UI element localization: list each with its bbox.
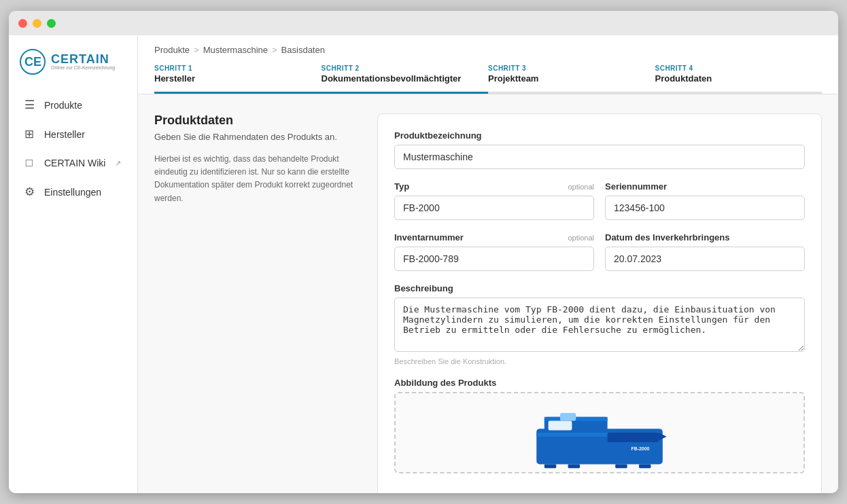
page-info: Hierbei ist es wichtig, dass das behande… [154, 153, 358, 205]
logo-text: CERTAIN Online zur CE-Kennzeichnung [51, 53, 115, 71]
label-inventarnummer: Inventarnummer optional [394, 232, 594, 242]
svg-rect-12 [615, 464, 627, 468]
book-icon: □ [22, 156, 36, 170]
steps-bar: SCHRITT 1 Hersteller SCHRITT 2 Dokumenta… [154, 65, 822, 94]
step-3[interactable]: SCHRITT 3 Projektteam [488, 65, 655, 94]
input-produktbezeichnung[interactable] [394, 145, 805, 169]
sidebar-label-hersteller: Hersteller [44, 129, 85, 140]
content-area: Produkte > Mustermaschine > Basisdaten S… [138, 35, 838, 493]
label-datum: Datum des Inverkehrbringens [605, 232, 805, 242]
sidebar-label-einstellungen: Einstellungen [44, 187, 101, 198]
content-header: Produkte > Mustermaschine > Basisdaten S… [138, 35, 838, 94]
step-2[interactable]: SCHRITT 2 Dokumentationsbevollmächtigter [322, 65, 489, 94]
input-inventarnummer[interactable] [394, 247, 594, 271]
sidebar-item-produkte[interactable]: ☰ Produkte [14, 91, 132, 119]
breadcrumb-sep-2: > [272, 45, 277, 55]
breadcrumb-basisdaten: Basisdaten [281, 45, 325, 55]
logo-area: CE CERTAIN Online zur CE-Kennzeichnung [9, 49, 137, 91]
sidebar-label-produkte: Produkte [44, 100, 82, 111]
left-panel: Produktdaten Geben Sie die Rahmendaten d… [154, 113, 358, 493]
sidebar: CE CERTAIN Online zur CE-Kennzeichnung ☰… [9, 35, 138, 493]
breadcrumb-sep-1: > [194, 45, 199, 55]
building-icon: ⊞ [22, 127, 36, 141]
step-1-label: Hersteller [154, 73, 311, 84]
svg-rect-13 [639, 464, 651, 468]
label-abbildung: Abbildung des Produkts [394, 378, 805, 388]
sidebar-item-wiki[interactable]: □ CERTAIN Wiki ↗ [14, 149, 132, 177]
upload-area[interactable]: FB-2000 [394, 392, 805, 473]
step-4[interactable]: SCHRITT 4 Produktdaten [655, 65, 823, 94]
app-window: CE CERTAIN Online zur CE-Kennzeichnung ☰… [9, 11, 838, 493]
step-4-number: SCHRITT 4 [655, 65, 812, 72]
list-icon: ☰ [22, 98, 36, 112]
step-3-label: Projektteam [488, 73, 644, 84]
step-4-label: Produktdaten [655, 73, 812, 84]
sidebar-nav: ☰ Produkte ⊞ Hersteller □ CERTAIN Wiki ↗… [9, 91, 137, 206]
form-group-inventarnummer: Inventarnummer optional [394, 232, 594, 271]
svg-rect-11 [568, 464, 580, 468]
machine-image: FB-2000 [396, 393, 803, 472]
logo: CE CERTAIN Online zur CE-Kennzeichnung [20, 49, 126, 75]
input-datum[interactable] [605, 247, 805, 271]
form-group-datum: Datum des Inverkehrbringens [605, 232, 805, 271]
external-link-icon: ↗ [115, 159, 121, 168]
input-seriennummer[interactable] [605, 196, 805, 220]
label-typ-optional: optional [568, 183, 594, 191]
label-typ: Typ optional [394, 181, 594, 192]
form-row-inventar-datum: Inventarnummer optional Datum des Inverk… [394, 232, 805, 283]
step-1[interactable]: SCHRITT 1 Hersteller [154, 65, 322, 94]
svg-rect-6 [608, 433, 659, 442]
hint-beschreibung: Beschreiben Sie die Konstruktion. [394, 357, 805, 365]
form-group-beschreibung: Beschreibung Die Mustermaschine vom Typ … [394, 283, 805, 365]
titlebar [9, 11, 838, 35]
form-group-abbildung: Abbildung des Produkts [394, 378, 805, 473]
breadcrumb-produkte[interactable]: Produkte [154, 45, 190, 55]
sidebar-item-hersteller[interactable]: ⊞ Hersteller [14, 120, 132, 148]
logo-subtitle: Online zur CE-Kennzeichnung [51, 65, 115, 71]
app-body: CE CERTAIN Online zur CE-Kennzeichnung ☰… [9, 35, 838, 493]
textarea-beschreibung[interactable]: Die Mustermaschine vom Typ FB-2000 dient… [394, 298, 805, 352]
step-3-number: SCHRITT 3 [488, 65, 644, 72]
breadcrumb: Produkte > Mustermaschine > Basisdaten [154, 45, 822, 55]
maximize-button[interactable] [47, 19, 56, 28]
svg-text:CE: CE [24, 55, 41, 69]
label-seriennummer: Seriennummer [605, 181, 805, 192]
form-group-typ: Typ optional [394, 181, 594, 220]
page-desc: Geben Sie die Rahmendaten des Produkts a… [154, 132, 358, 142]
logo-icon: CE [20, 49, 46, 75]
page-title: Produktdaten [154, 113, 358, 128]
label-produktbezeichnung: Produktbezeichnung [394, 130, 805, 141]
sidebar-item-einstellungen[interactable]: ⚙ Einstellungen [14, 178, 132, 206]
settings-icon: ⚙ [22, 185, 36, 199]
page-content: Produktdaten Geben Sie die Rahmendaten d… [138, 94, 838, 493]
step-2-label: Dokumentationsbevollmächtigter [322, 73, 478, 84]
minimize-button[interactable] [33, 19, 41, 28]
logo-title: CERTAIN [51, 53, 115, 65]
label-inventar-optional: optional [568, 234, 594, 242]
svg-rect-10 [544, 464, 556, 468]
sidebar-label-wiki: CERTAIN Wiki [44, 158, 105, 168]
form-group-seriennummer: Seriennummer [605, 181, 805, 220]
breadcrumb-mustermaschine[interactable]: Mustermaschine [203, 45, 268, 55]
svg-rect-9 [560, 413, 576, 421]
label-beschreibung: Beschreibung [394, 283, 805, 293]
form-group-produktbezeichnung: Produktbezeichnung [394, 130, 805, 169]
form-row-typ-serial: Typ optional Seriennummer [394, 181, 805, 232]
step-2-number: SCHRITT 2 [322, 65, 478, 72]
right-panel: Produktbezeichnung Typ optional [377, 113, 822, 493]
step-1-number: SCHRITT 1 [154, 65, 311, 72]
input-typ[interactable] [394, 196, 594, 220]
svg-text:FB-2000: FB-2000 [631, 446, 649, 451]
close-button[interactable] [18, 19, 27, 28]
svg-rect-8 [549, 421, 572, 431]
